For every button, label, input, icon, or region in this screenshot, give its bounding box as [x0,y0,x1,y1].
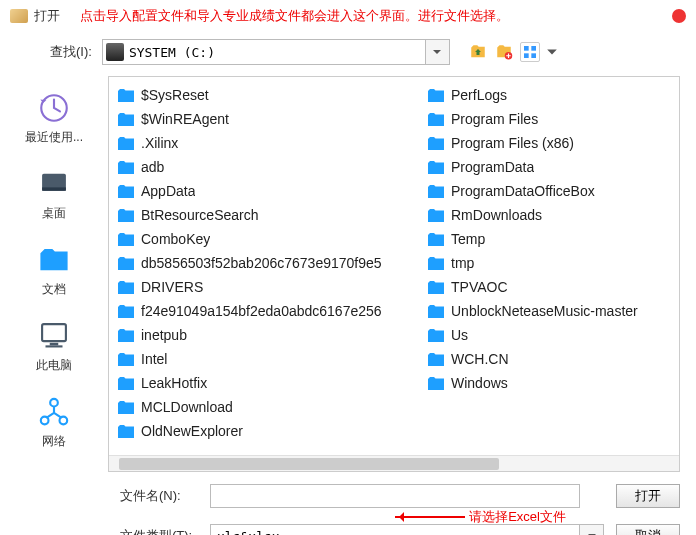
folder-name: BtResourceSearch [141,207,259,223]
folder-icon [427,160,445,175]
folder-icon [427,184,445,199]
up-folder-icon[interactable] [468,42,488,62]
filename-input[interactable] [210,484,580,508]
filetype-annotation: 请选择Excel文件 [395,508,566,526]
folder-item[interactable]: LeakHotfix [115,371,425,395]
svg-rect-1 [524,46,529,51]
folder-name: Program Files (x86) [451,135,574,151]
folder-icon [427,376,445,391]
svg-rect-10 [46,345,63,347]
folder-icon [427,88,445,103]
title-annotation: 点击导入配置文件和导入专业成绩文件都会进入这个界面。进行文件选择。 [80,7,509,25]
folder-item[interactable]: PerfLogs [425,83,679,107]
folder-item[interactable]: WCH.CN [425,347,679,371]
lookin-dropdown[interactable] [426,39,450,65]
folder-icon [117,184,135,199]
folder-name: Temp [451,231,485,247]
folder-name: Intel [141,351,167,367]
folder-item[interactable]: DRIVERS [115,275,425,299]
folder-item[interactable]: ProgramDataOfficeBox [425,179,679,203]
folder-icon [117,112,135,127]
folder-name: Windows [451,375,508,391]
folder-item[interactable]: MCLDownload [115,395,425,419]
folder-name: AppData [141,183,195,199]
computer-icon [36,318,72,354]
scrollbar-thumb[interactable] [119,458,499,470]
folder-icon [117,208,135,223]
folder-item[interactable]: adb [115,155,425,179]
folder-icon [117,352,135,367]
svg-rect-8 [42,324,66,341]
folder-icon [427,352,445,367]
red-dot-indicator [672,9,686,23]
folder-icon [117,304,135,319]
folder-item[interactable]: Program Files (x86) [425,131,679,155]
svg-rect-4 [531,53,536,58]
folder-name: ProgramData [451,159,534,175]
folder-icon [117,160,135,175]
lookin-combo[interactable]: SYSTEM (C:) [102,39,426,65]
filename-label: 文件名(N): [120,487,210,505]
view-options-icon[interactable] [520,42,540,62]
folder-icon [427,208,445,223]
folder-name: LeakHotfix [141,375,207,391]
folder-item[interactable]: OldNewExplorer [115,419,425,443]
folder-item[interactable]: UnblockNeteaseMusic-master [425,299,679,323]
folder-icon [117,328,135,343]
folder-name: adb [141,159,164,175]
folder-item[interactable]: TPVAOC [425,275,679,299]
folder-icon [117,400,135,415]
sidebar-label: 网络 [42,433,66,450]
folder-name: inetpub [141,327,187,343]
file-list[interactable]: $SysReset$WinREAgent.XilinxadbAppDataBtR… [109,77,679,455]
open-button[interactable]: 打开 [616,484,680,508]
documents-icon [36,242,72,278]
folder-item[interactable]: Program Files [425,107,679,131]
folder-item[interactable]: f24e91049a154bf2eda0abdc6167e256 [115,299,425,323]
view-dropdown-icon[interactable] [546,42,558,62]
folder-item[interactable]: Temp [425,227,679,251]
folder-name: tmp [451,255,474,271]
folder-item[interactable]: db5856503f52bab206c7673e9170f9e5 [115,251,425,275]
sidebar-item-documents[interactable]: 文档 [36,242,72,298]
svg-rect-2 [531,46,536,51]
sidebar-item-network[interactable]: 网络 [36,394,72,450]
sidebar-item-recent[interactable]: 最近使用... [25,90,83,146]
new-folder-icon[interactable] [494,42,514,62]
drive-label: SYSTEM (C:) [129,45,215,60]
desktop-icon [36,166,72,202]
folder-icon [117,376,135,391]
folder-item[interactable]: $WinREAgent [115,107,425,131]
folder-name: $WinREAgent [141,111,229,127]
folder-item[interactable]: Us [425,323,679,347]
drive-icon [106,43,124,61]
folder-item[interactable]: ProgramData [425,155,679,179]
folder-item[interactable]: inetpub [115,323,425,347]
folder-icon [117,280,135,295]
filetype-dropdown[interactable] [580,524,604,535]
folder-name: MCLDownload [141,399,233,415]
folder-icon [427,136,445,151]
sidebar-label: 最近使用... [25,129,83,146]
network-icon [36,394,72,430]
sidebar-item-desktop[interactable]: 桌面 [36,166,72,222]
folder-name: f24e91049a154bf2eda0abdc6167e256 [141,303,382,319]
window-title: 打开 [34,7,60,25]
folder-item[interactable]: AppData [115,179,425,203]
folder-item[interactable]: ComboKey [115,227,425,251]
folder-item[interactable]: $SysReset [115,83,425,107]
cancel-button[interactable]: 取消 [616,524,680,535]
folder-item[interactable]: tmp [425,251,679,275]
sidebar-label: 此电脑 [36,357,72,374]
folder-item[interactable]: BtResourceSearch [115,203,425,227]
folder-item[interactable]: .Xilinx [115,131,425,155]
folder-name: ProgramDataOfficeBox [451,183,595,199]
folder-icon [117,232,135,247]
sidebar-item-computer[interactable]: 此电脑 [36,318,72,374]
folder-item[interactable]: Windows [425,371,679,395]
app-icon [10,9,28,23]
folder-item[interactable]: Intel [115,347,425,371]
horizontal-scrollbar[interactable] [109,455,679,471]
folder-item[interactable]: RmDownloads [425,203,679,227]
folder-icon [427,232,445,247]
